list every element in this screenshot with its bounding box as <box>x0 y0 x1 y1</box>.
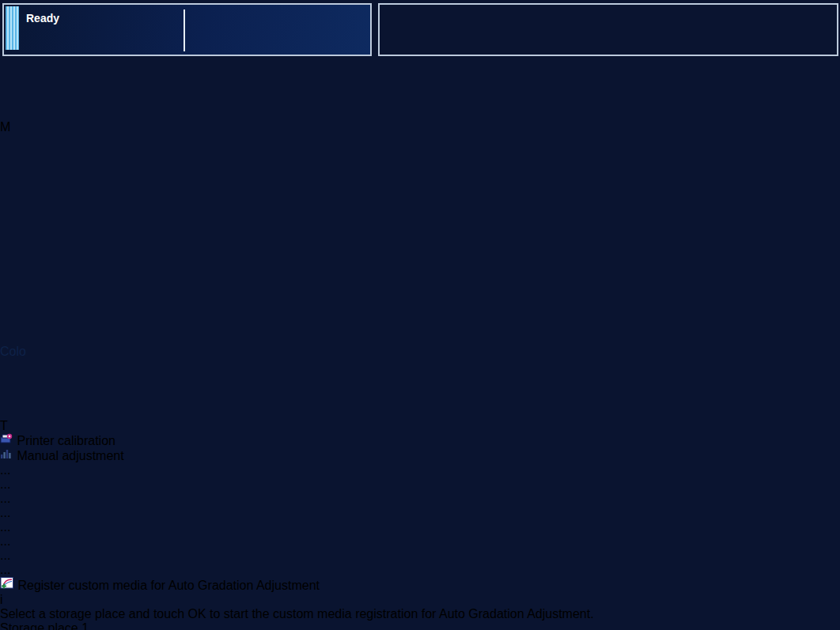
left-tab-6[interactable] <box>0 359 840 419</box>
dialog-instruction: Select a storage place and touch OK to s… <box>0 607 840 621</box>
side-button[interactable]: ... <box>0 463 840 477</box>
side-button[interactable]: ... <box>0 492 840 506</box>
tab-printer-calibration-label: Printer calibration <box>17 434 115 447</box>
printer-status-text: Ready <box>26 12 59 25</box>
printer-control-screen: Ready M Colo T Printer calibration Manua… <box>0 0 840 630</box>
side-button[interactable]: ... <box>0 477 840 492</box>
ellipsis-label: ... <box>0 506 10 519</box>
ellipsis-label: ... <box>0 477 10 491</box>
ellipsis-label: ... <box>0 492 10 505</box>
ellipsis-label: ... <box>0 563 10 576</box>
side-button[interactable]: ... <box>0 534 840 549</box>
tab-manual-adjustment-label: Manual adjustment <box>17 449 123 462</box>
dialog-body: i Select a storage place and touch OK to… <box>0 593 840 630</box>
ellipsis-label: ... <box>0 520 10 534</box>
info-icon: i <box>0 593 840 607</box>
tab-printer-calibration[interactable]: Printer calibration <box>0 433 840 448</box>
manual-adjustment-icon <box>0 448 13 460</box>
dialog-title-bar: Register custom media for Auto Gradation… <box>0 577 840 593</box>
left-tab-color-active[interactable] <box>0 281 840 345</box>
side-button-column: ... ... ... ... ... ... ... ... <box>0 463 840 577</box>
message-panel <box>378 3 838 56</box>
left-tab-4[interactable] <box>0 207 840 281</box>
status-panel: Ready <box>2 3 372 56</box>
left-tab-color-label: Colo <box>0 345 26 358</box>
storage-place-name: Storage place 1 <box>0 621 840 630</box>
side-button[interactable]: ... <box>0 549 840 563</box>
dialog-title: Register custom media for Auto Gradation… <box>17 579 320 592</box>
side-button[interactable]: ... <box>0 563 840 577</box>
tab-manual-adjustment[interactable]: Manual adjustment <box>0 448 840 463</box>
status-indicator-bar <box>6 6 19 50</box>
side-button[interactable]: ... <box>0 506 840 520</box>
ellipsis-label: ... <box>0 463 10 477</box>
storage-place-1[interactable]: Storage place 1 Empty <box>0 621 840 630</box>
gradation-curve-icon <box>0 577 14 590</box>
printer-calibration-icon <box>0 433 13 445</box>
ellipsis-label: ... <box>0 549 10 562</box>
left-tab-3[interactable] <box>0 134 840 207</box>
side-button[interactable]: ... <box>0 520 840 534</box>
status-panel-divider <box>184 9 185 51</box>
left-tab-media-label: M <box>0 120 10 134</box>
left-tab-media[interactable] <box>0 51 840 120</box>
register-custom-media-dialog: Register custom media for Auto Gradation… <box>0 577 840 630</box>
ellipsis-label: ... <box>0 534 10 548</box>
left-tab-6-label: T <box>0 419 8 432</box>
